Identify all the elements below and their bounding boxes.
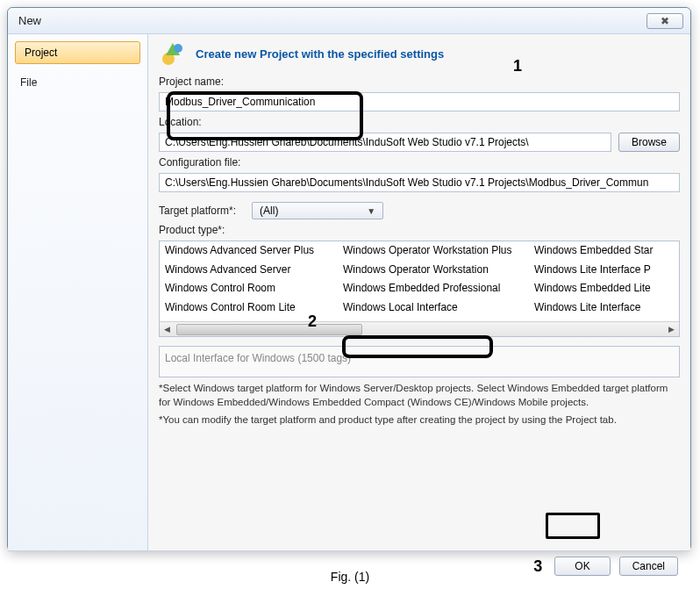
figure-caption: Fig. (1): [0, 570, 700, 584]
product-type-item[interactable]: Windows Local Interface: [343, 301, 527, 320]
note-text-2: *You can modify the target platform and …: [159, 413, 680, 427]
target-platform-select[interactable]: (All) ▼: [252, 202, 383, 219]
product-type-item[interactable]: Windows Operator Workstation: [343, 263, 527, 282]
sidebar-item-file[interactable]: File: [15, 73, 140, 92]
product-type-item[interactable]: Windows Lite Interface: [534, 301, 674, 320]
annotation-1: 1: [513, 57, 522, 75]
close-button[interactable]: ✖: [646, 13, 683, 29]
product-type-item[interactable]: Windows Control Room: [165, 282, 336, 300]
product-type-item[interactable]: Windows Embedded Star: [534, 244, 674, 262]
location-label: Location:: [159, 116, 680, 128]
config-file-input[interactable]: [159, 173, 680, 192]
window-title: New: [18, 14, 41, 27]
content-area: Create new Project with the specified se…: [148, 34, 690, 550]
product-type-item[interactable]: Windows Operator Workstation Plus: [343, 244, 527, 262]
svg-point-1: [174, 44, 182, 53]
annotation-2: 2: [308, 312, 317, 331]
project-icon: [159, 40, 187, 68]
project-name-input[interactable]: [159, 92, 680, 111]
new-project-dialog: New ✖ Project File Create new Project wi…: [7, 7, 691, 551]
product-type-item[interactable]: Windows Lite Interface P: [534, 263, 674, 282]
chevron-down-icon: ▼: [367, 206, 375, 216]
scroll-thumb[interactable]: [176, 324, 362, 335]
sidebar-item-project[interactable]: Project: [15, 41, 140, 64]
product-description: Local Interface for Windows (1500 tags): [159, 346, 680, 377]
description-text: Local Interface for Windows (1500 tags): [165, 352, 351, 364]
heading-text: Create new Project with the specified se…: [196, 47, 444, 61]
titlebar: New ✖: [8, 8, 690, 34]
sidebar: Project File: [8, 34, 148, 550]
sidebar-item-label: File: [20, 76, 37, 89]
scroll-track[interactable]: [175, 323, 664, 336]
target-platform-label: Target platform*:: [159, 205, 236, 217]
product-type-item[interactable]: Windows Embedded Lite: [534, 282, 674, 300]
close-icon: ✖: [661, 15, 669, 27]
product-type-list: Windows Advanced Server Plus Windows Ope…: [159, 241, 680, 337]
product-type-item[interactable]: Windows Embedded Professional: [343, 282, 527, 300]
dialog-heading: Create new Project with the specified se…: [159, 40, 680, 68]
config-file-label: Configuration file:: [159, 156, 680, 169]
browse-button[interactable]: Browse: [618, 133, 680, 152]
scroll-right-icon[interactable]: ▶: [664, 323, 679, 336]
location-input[interactable]: [159, 133, 611, 152]
project-name-label: Project name:: [159, 75, 680, 88]
note-text-1: *Select Windows target platform for Wind…: [159, 382, 680, 409]
product-type-label: Product type*:: [159, 224, 680, 236]
sidebar-item-label: Project: [25, 47, 57, 59]
product-type-item[interactable]: Windows Advanced Server: [165, 263, 336, 282]
scroll-left-icon[interactable]: ◀: [160, 323, 175, 336]
product-type-item[interactable]: Windows Advanced Server Plus: [165, 244, 336, 262]
target-platform-value: (All): [260, 205, 278, 217]
horizontal-scrollbar[interactable]: ◀ ▶: [160, 321, 679, 336]
